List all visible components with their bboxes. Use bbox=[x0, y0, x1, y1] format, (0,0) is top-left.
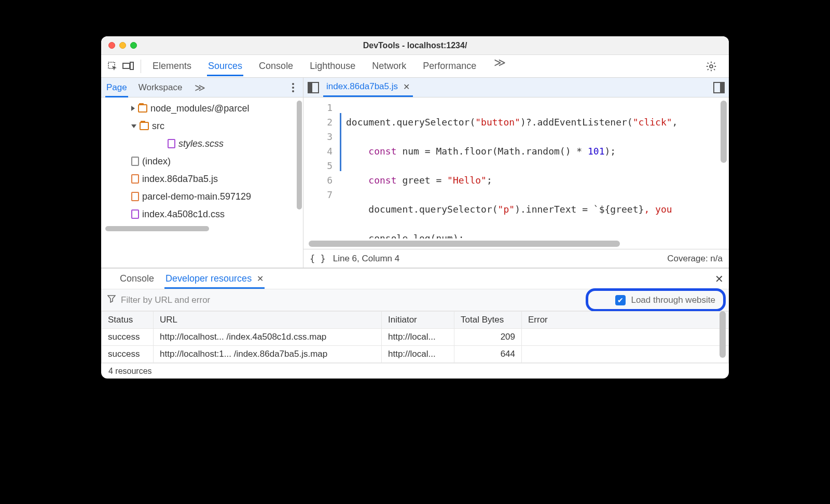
tree-label: styles.scss bbox=[178, 138, 224, 149]
tree-label: src bbox=[152, 121, 164, 132]
filter-bar: Filter by URL and error ✔ Load through w… bbox=[101, 289, 729, 311]
resources-table: Status URL Initiator Total Bytes Error s… bbox=[101, 311, 729, 363]
navigator-menu-icon[interactable] bbox=[287, 82, 299, 93]
caret-down-icon bbox=[131, 124, 136, 128]
table-header-row: Status URL Initiator Total Bytes Error bbox=[102, 312, 729, 329]
tree-folder-src[interactable]: src bbox=[101, 117, 303, 135]
editor-tabbar: index.86da7ba5.js ✕ bbox=[303, 78, 729, 97]
tab-performance[interactable]: Performance bbox=[422, 56, 477, 76]
filter-input[interactable]: Filter by URL and error bbox=[121, 295, 210, 305]
tab-workspace[interactable]: Workspace bbox=[137, 78, 184, 97]
stylesheet-file-icon bbox=[168, 139, 175, 148]
tree-label: (index) bbox=[142, 156, 171, 167]
show-debugger-icon[interactable] bbox=[713, 82, 725, 93]
table-row[interactable]: success http://localhost:1... /index.86d… bbox=[102, 346, 729, 363]
tab-network[interactable]: Network bbox=[371, 56, 407, 76]
cell-bytes: 644 bbox=[454, 346, 522, 363]
stylesheet-file-icon bbox=[131, 209, 139, 219]
tab-elements[interactable]: Elements bbox=[151, 56, 192, 76]
table-vertical-scrollbar[interactable] bbox=[720, 311, 726, 358]
drawer-tab-label: Developer resources bbox=[165, 273, 252, 284]
drawer-tab-console[interactable]: Console bbox=[119, 269, 155, 289]
svg-rect-2 bbox=[130, 62, 133, 69]
cell-url: http://localhost:1... /index.86da7ba5.js… bbox=[154, 346, 382, 363]
tree-label: index.4a508c1d.css bbox=[142, 209, 225, 220]
col-url[interactable]: URL bbox=[154, 312, 382, 329]
settings-gear-icon[interactable] bbox=[705, 60, 717, 73]
code-content: document.querySelector("button")?.addEve… bbox=[340, 97, 729, 239]
window-title: DevTools - localhost:1234/ bbox=[101, 41, 729, 50]
cursor-position: Line 6, Column 4 bbox=[333, 254, 400, 264]
tree-file-js[interactable]: index.86da7ba5.js bbox=[101, 170, 303, 188]
vertical-scrollbar[interactable] bbox=[297, 101, 302, 209]
document-file-icon bbox=[131, 157, 139, 166]
resources-table-wrap: Status URL Initiator Total Bytes Error s… bbox=[101, 311, 729, 363]
cell-initiator: http://local... bbox=[382, 329, 454, 346]
drawer-tab-devresources[interactable]: Developer resources ✕ bbox=[164, 269, 265, 289]
sources-panel: Page Workspace ≫ node_modules/@parcel sr… bbox=[101, 78, 729, 268]
load-through-website-toggle[interactable]: ✔ Load through website bbox=[608, 292, 723, 309]
cell-initiator: http://local... bbox=[382, 346, 454, 363]
tree-folder-node-modules[interactable]: node_modules/@parcel bbox=[101, 100, 303, 117]
tree-label: index.86da7ba5.js bbox=[142, 174, 218, 185]
change-marker-icon bbox=[340, 113, 341, 171]
line-gutter: 1234567 bbox=[303, 97, 340, 239]
col-initiator[interactable]: Initiator bbox=[382, 312, 454, 329]
col-bytes[interactable]: Total Bytes bbox=[454, 312, 522, 329]
tree-label: node_modules/@parcel bbox=[150, 103, 249, 114]
checkbox-label: Load through website bbox=[631, 295, 715, 305]
devtools-window: DevTools - localhost:1234/ Elements Sour… bbox=[101, 36, 729, 379]
main-toolbar: Elements Sources Console Lighthouse Netw… bbox=[101, 55, 729, 78]
filter-funnel-icon[interactable] bbox=[107, 295, 116, 305]
tab-lighthouse[interactable]: Lighthouse bbox=[309, 56, 356, 76]
tab-console[interactable]: Console bbox=[258, 56, 294, 76]
tab-sources[interactable]: Sources bbox=[207, 56, 243, 76]
drawer-panel: Console Developer resources ✕ ✕ Filter b… bbox=[101, 268, 729, 379]
editor-statusbar: { } Line 6, Column 4 Coverage: n/a bbox=[303, 249, 729, 268]
inspect-icon[interactable] bbox=[106, 60, 119, 73]
pretty-print-icon[interactable]: { } bbox=[310, 254, 326, 264]
titlebar: DevTools - localhost:1234/ bbox=[101, 36, 729, 55]
drawer-statusbar: 4 resources bbox=[101, 363, 729, 379]
show-navigator-icon[interactable] bbox=[308, 82, 319, 93]
tab-page[interactable]: Page bbox=[105, 78, 128, 97]
panel-tabs: Elements Sources Console Lighthouse Netw… bbox=[147, 56, 702, 76]
tree-file-index[interactable]: (index) bbox=[101, 152, 303, 170]
cell-status: success bbox=[102, 329, 154, 346]
editor-vertical-scrollbar[interactable] bbox=[721, 101, 727, 163]
close-drawer-icon[interactable]: ✕ bbox=[715, 273, 724, 285]
tree-file-css[interactable]: index.4a508c1d.css bbox=[101, 205, 303, 223]
table-row[interactable]: success http://localhost... /index.4a508… bbox=[102, 329, 729, 346]
device-toolbar-icon[interactable] bbox=[122, 60, 134, 73]
svg-rect-1 bbox=[123, 63, 130, 68]
caret-right-icon bbox=[131, 106, 135, 111]
checkbox-checked-icon: ✔ bbox=[615, 295, 626, 305]
cell-error bbox=[522, 329, 729, 346]
svg-point-3 bbox=[710, 65, 713, 68]
cell-url: http://localhost... /index.4a508c1d.css.… bbox=[154, 329, 382, 346]
tree-file-styles[interactable]: styles.scss bbox=[101, 135, 303, 152]
resource-count: 4 resources bbox=[108, 367, 152, 376]
col-status[interactable]: Status bbox=[102, 312, 154, 329]
divider bbox=[141, 60, 141, 73]
cell-error bbox=[522, 346, 729, 363]
cell-status: success bbox=[102, 346, 154, 363]
tree-file-parcel[interactable]: parcel-demo-main.597129 bbox=[101, 188, 303, 205]
code-editor[interactable]: 1234567 document.querySelector("button")… bbox=[303, 97, 729, 239]
folder-icon bbox=[140, 122, 149, 130]
close-tab-icon[interactable]: ✕ bbox=[403, 82, 410, 92]
col-error[interactable]: Error bbox=[522, 312, 729, 329]
navigator-pane: Page Workspace ≫ node_modules/@parcel sr… bbox=[101, 78, 303, 268]
tabs-overflow-icon[interactable]: ≫ bbox=[492, 56, 508, 76]
navigator-tabs: Page Workspace ≫ bbox=[101, 78, 303, 97]
folder-icon bbox=[138, 104, 147, 113]
cell-bytes: 209 bbox=[454, 329, 522, 346]
editor-pane: index.86da7ba5.js ✕ 1234567 document.que… bbox=[303, 78, 729, 268]
close-drawer-tab-icon[interactable]: ✕ bbox=[257, 274, 264, 283]
navigator-overflow-icon[interactable]: ≫ bbox=[192, 81, 208, 94]
editor-tab-index-js[interactable]: index.86da7ba5.js ✕ bbox=[323, 78, 413, 97]
horizontal-scrollbar[interactable] bbox=[105, 226, 209, 231]
editor-horizontal-scrollbar[interactable] bbox=[309, 241, 620, 247]
drawer-tabbar: Console Developer resources ✕ ✕ bbox=[101, 269, 729, 289]
script-file-icon bbox=[131, 174, 139, 184]
